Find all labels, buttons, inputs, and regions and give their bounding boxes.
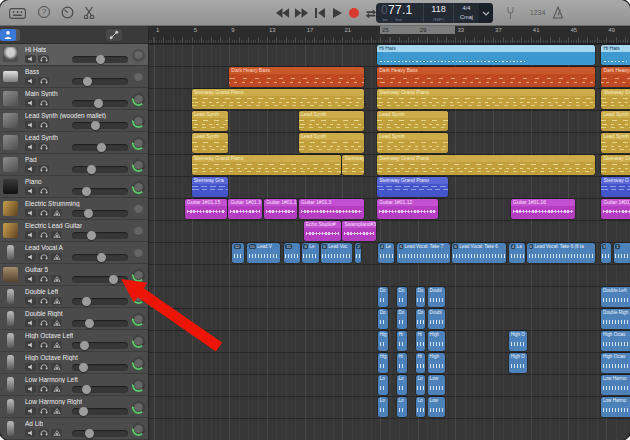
lcd-display[interactable]: 077.1 barbeat 118 TEMPO 4/4 Cmaj <box>376 3 493 23</box>
mute-button[interactable] <box>25 121 36 129</box>
input-monitoring-button[interactable] <box>51 209 62 217</box>
region-lead-vocal-take-7[interactable]: 6Lead Vocal: Take 7 <box>397 243 450 263</box>
region-low-harmo[interactable]: Low Harmo <box>601 397 630 417</box>
region-high[interactable]: High <box>428 353 445 373</box>
tuning-fork-icon[interactable] <box>506 6 515 20</box>
track-header-low-harmony-right[interactable]: Low Harmony Right <box>0 396 148 418</box>
headphones-button[interactable] <box>38 99 49 107</box>
region-do[interactable]: Do <box>397 309 407 329</box>
mute-button[interactable] <box>25 407 36 415</box>
musical-typing-icon[interactable] <box>9 8 26 19</box>
input-monitoring-button[interactable] <box>51 297 62 305</box>
lcd-tempo[interactable]: 118 TEMPO <box>423 3 453 23</box>
patch-cable-button[interactable] <box>106 29 122 41</box>
region-double-left[interactable]: Double Left <box>601 287 630 307</box>
volume-slider-handle[interactable] <box>97 143 106 152</box>
mute-button[interactable] <box>25 363 36 371</box>
volume-slider[interactable] <box>72 254 128 261</box>
headphones-button[interactable] <box>38 253 49 261</box>
volume-slider[interactable] <box>72 408 128 415</box>
volume-slider[interactable] <box>72 232 128 239</box>
volume-slider-handle[interactable] <box>94 99 103 108</box>
volume-slider[interactable] <box>72 364 128 371</box>
region-le[interactable]: 6Le <box>302 243 319 263</box>
fast-forward-button[interactable] <box>294 7 309 19</box>
pan-knob[interactable] <box>132 181 145 194</box>
lanes[interactable]: Hi HatsHi HatsDark Heavy BassDark Heavy … <box>149 44 630 440</box>
headphones-button[interactable] <box>38 55 49 63</box>
volume-slider[interactable] <box>72 430 128 437</box>
cycle-region[interactable] <box>380 26 455 34</box>
quick-help-icon[interactable]: ? <box>38 6 50 18</box>
headphones-button[interactable] <box>38 143 49 151</box>
pan-knob[interactable] <box>132 423 145 436</box>
volume-slider-handle[interactable] <box>80 341 89 350</box>
pan-knob[interactable] <box>132 357 145 370</box>
region-lo[interactable]: Lo <box>416 375 426 395</box>
headphones-button[interactable] <box>38 77 49 85</box>
pan-knob[interactable] <box>132 159 145 172</box>
region-lead-synth[interactable]: Lead Synth <box>601 133 630 153</box>
pan-knob[interactable] <box>132 247 145 260</box>
pan-knob[interactable] <box>132 401 145 414</box>
track-header-double-right[interactable]: Double Right <box>0 308 148 330</box>
volume-slider[interactable] <box>72 210 128 217</box>
volume-slider-handle[interactable] <box>91 121 100 130</box>
go-to-beginning-button[interactable] <box>314 7 326 19</box>
pan-knob[interactable] <box>132 93 145 106</box>
region-lead-synth[interactable]: Lead Synth <box>192 133 228 153</box>
pan-knob[interactable] <box>132 291 145 304</box>
volume-slider-handle[interactable] <box>82 187 91 196</box>
volume-slider-handle[interactable] <box>85 319 94 328</box>
input-monitoring-button[interactable] <box>51 363 62 371</box>
region-la[interactable]: 4La <box>509 243 525 263</box>
region-le[interactable]: 4Le <box>378 243 394 263</box>
region-dark-heavy-bass[interactable]: Dark Heavy Bass <box>229 67 364 87</box>
track-header-low-harmony-left[interactable]: Low Harmony Left <box>0 374 148 396</box>
region-steinway-grand-piano[interactable]: Steinway Grand Piano <box>377 177 448 197</box>
region-hig[interactable]: Hig <box>378 353 388 373</box>
region-lead-synth[interactable]: Lead Synth <box>377 133 448 153</box>
region-lead-synth[interactable]: Lead Synth <box>377 111 448 131</box>
region-do[interactable]: Do <box>378 309 388 329</box>
headphones-button[interactable] <box>38 297 49 305</box>
headphones-button[interactable] <box>38 407 49 415</box>
pan-knob[interactable] <box>132 49 145 62</box>
volume-slider[interactable] <box>72 100 128 107</box>
count-in-button[interactable]: 1234 <box>530 9 546 16</box>
region-hi-hats[interactable]: Hi Hats <box>601 45 630 65</box>
region-12[interactable]: 12 <box>232 243 243 263</box>
mute-button[interactable] <box>25 253 36 261</box>
region-guitar-1-01-3[interactable]: Guitar 1#01.3 <box>228 199 262 219</box>
mute-button[interactable] <box>25 385 36 393</box>
lcd-position[interactable]: 077.1 barbeat <box>376 3 423 23</box>
region-guitar-1-01-1[interactable]: Guitar 1#01.1 <box>601 199 630 219</box>
track-header-lead-synth[interactable]: Lead Synth <box>0 132 148 154</box>
region-guitar-1-01-15[interactable]: Guitar 1#01.15 <box>185 199 227 219</box>
region-low-harmo[interactable]: Low Harmo <box>601 375 630 395</box>
region-steinway-grand-piano[interactable]: Steinway Grand Piano <box>601 155 630 175</box>
region-do[interactable]: Do <box>378 287 388 307</box>
track-header-lead-vocal-a[interactable]: Lead Vocal A <box>0 242 148 264</box>
volume-slider[interactable] <box>72 144 128 151</box>
volume-slider-handle[interactable] <box>79 363 88 372</box>
input-monitoring-button[interactable] <box>51 407 62 415</box>
volume-slider[interactable] <box>72 78 128 85</box>
volume-slider-handle[interactable] <box>109 275 118 284</box>
track-header-electric-lead-guitar[interactable]: Electric Lead Guitar <box>0 220 148 242</box>
input-monitoring-button[interactable] <box>51 429 62 437</box>
region-lead-v[interactable]: 10Lead V <box>247 243 280 263</box>
region-hi-hats[interactable]: Hi Hats <box>377 45 595 65</box>
headphones-button[interactable] <box>38 363 49 371</box>
input-monitoring-button[interactable] <box>51 253 62 261</box>
region-lo[interactable]: Lo <box>378 397 388 417</box>
region-lead-synth[interactable]: Lead Synth <box>299 111 364 131</box>
headphones-button[interactable] <box>38 121 49 129</box>
region-steinway-grand-piano[interactable]: Steinway Grand Piano <box>377 89 595 109</box>
region-lead-synth[interactable]: Lead Synth <box>192 111 228 131</box>
region-high-octav[interactable]: High Octav <box>601 353 630 373</box>
volume-slider-handle[interactable] <box>97 253 106 262</box>
pan-knob[interactable] <box>132 115 145 128</box>
pan-knob[interactable] <box>132 71 145 84</box>
region-dark-heavy-bass[interactable]: Dark Heavy Bass <box>601 67 630 87</box>
